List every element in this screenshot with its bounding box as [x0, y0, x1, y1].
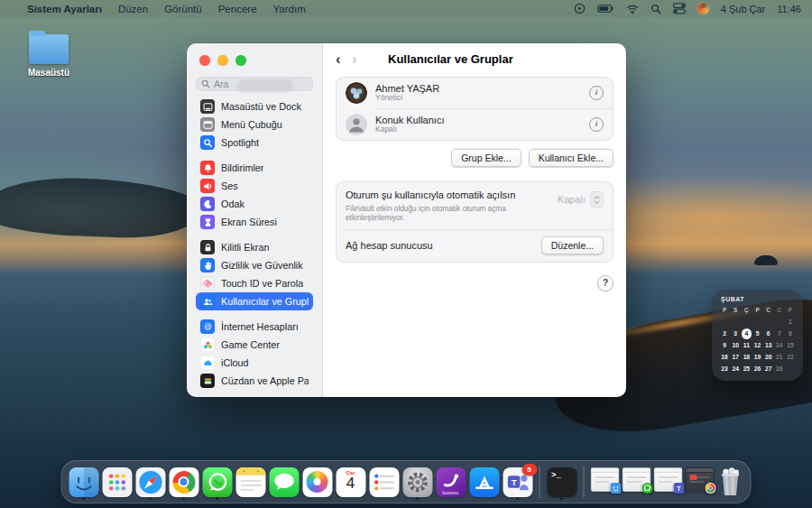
sidebar-item-label: Gizlilik ve Güvenlik [221, 260, 303, 271]
dock-app-store[interactable] [469, 465, 500, 499]
sidebar-item-at[interactable]: @İnternet Hesapları [196, 318, 313, 336]
calendar-day: 5 [752, 328, 762, 339]
sidebar-item-label: Touch ID ve Parola [221, 278, 303, 289]
sidebar-search-input[interactable]: Ara [196, 77, 313, 91]
forward-button[interactable]: › [352, 53, 368, 66]
calendar-widget[interactable]: ŞUBAT PSÇPCCP123456789101112131415161718… [712, 290, 803, 381]
dock-terminal[interactable]: >_ [547, 465, 577, 499]
calendar-day: 14 [774, 340, 785, 351]
dock-photos[interactable] [302, 465, 333, 499]
sidebar-item-dock[interactable]: Masaüstü ve Dock [196, 97, 313, 115]
sidebar-item-hourglass[interactable]: Ekran Süresi [196, 213, 313, 231]
sidebar-item-label: Game Center [221, 339, 280, 350]
dock-minimized-window-finder[interactable] [591, 467, 620, 492]
dock-chrome[interactable] [169, 465, 199, 499]
calendar-day: 2 [719, 328, 730, 339]
sidebar-item-users[interactable]: Kullanıcılar ve Gruplar [196, 292, 313, 310]
search-icon[interactable] [651, 4, 661, 14]
dock-calendar-day: 4 [336, 475, 365, 493]
calendar-day: 19 [752, 352, 762, 363]
wifi-icon[interactable] [626, 4, 639, 14]
network-server-edit-button[interactable]: Düzenle... [541, 236, 604, 254]
sidebar-item-lock[interactable]: Kilitli Ekran [196, 238, 313, 256]
sidebar-nav: Masaüstü ve DockMenü ÇubuğuSpotlightBild… [187, 97, 322, 397]
dock-reminders[interactable] [369, 465, 400, 499]
sidebar-item-label: Ekran Süresi [221, 217, 277, 227]
running-indicator [560, 497, 563, 500]
svg-text:T: T [511, 476, 516, 486]
sidebar-item-hand[interactable]: Gizlilik ve Güvenlik [196, 256, 313, 274]
calendar-day: 7 [774, 328, 785, 339]
menu-bar-date[interactable]: 4 Şub Çar [721, 4, 766, 14]
sidebar-item-gamecenter[interactable]: Game Center [196, 336, 313, 354]
search-placeholder: Ara [214, 79, 228, 89]
svg-text:T: T [677, 485, 681, 492]
dock-business[interactable]: business [436, 465, 466, 499]
add-buttons-row: Grup Ekle... Kullanıcı Ekle... [336, 149, 614, 167]
dock-trash[interactable] [717, 466, 744, 498]
zoom-button[interactable] [235, 55, 246, 66]
add-user-button[interactable]: Kullanıcı Ekle... [529, 149, 614, 167]
auto-login-popup[interactable]: Kapalı [558, 191, 604, 208]
play-circle-icon[interactable] [574, 3, 586, 14]
battery-icon[interactable] [597, 3, 614, 14]
app-menu-title[interactable]: Sistem Ayarları [27, 4, 102, 14]
user-row[interactable]: Ahmet YAŞARYöneticii [337, 78, 613, 108]
dock-calendar[interactable]: Çar4 [336, 465, 366, 499]
dock-system-settings[interactable] [402, 465, 433, 499]
chrome-badge-icon [706, 483, 716, 494]
sidebar-item-cloud[interactable]: iCloud [196, 354, 313, 372]
dock-notes[interactable] [235, 465, 266, 499]
dock-teams[interactable]: T5 [503, 465, 533, 499]
user-avatar[interactable] [697, 3, 709, 14]
dock-minimized-window-whatsapp[interactable] [623, 467, 651, 492]
control-center-icon[interactable] [673, 3, 686, 14]
calendar-day [730, 317, 741, 328]
search-redaction [237, 79, 293, 92]
auto-login-row: Oturum şu kullanıcıyla otomatik açılsın … [337, 182, 613, 229]
menu-düzen[interactable]: Düzen [118, 4, 148, 14]
minimize-button[interactable] [217, 55, 228, 66]
dock-finder[interactable] [69, 465, 99, 499]
sidebar-item-spotlight[interactable]: Spotlight [196, 134, 313, 152]
user-row[interactable]: Konuk KullanıcıKapalıi [337, 109, 613, 140]
at-icon: @ [200, 319, 215, 334]
back-button[interactable]: ‹ [336, 53, 352, 66]
terminal-prompt: >_ [551, 471, 561, 480]
help-button[interactable]: ? [597, 275, 614, 291]
calendar-weekday: C [763, 305, 774, 316]
dock-safari[interactable] [135, 465, 166, 499]
wallpaper-islet [754, 255, 778, 265]
menu-görüntü[interactable]: Görüntü [164, 4, 202, 14]
dock-minimized-window-teams[interactable]: T [654, 467, 683, 492]
dock-minimized-window-chrome[interactable] [686, 467, 715, 492]
sidebar-item-speaker[interactable]: Ses [196, 177, 313, 195]
menu-pencere[interactable]: Pencere [218, 4, 257, 14]
sidebar-item-bell[interactable]: Bildirimler [196, 159, 313, 177]
dock-messages[interactable] [269, 465, 300, 499]
popup-stepper-icon [590, 191, 604, 208]
moon-icon [200, 197, 215, 211]
calendar-weekday: S [730, 305, 741, 316]
close-button[interactable] [199, 55, 210, 66]
fingerprint-icon [200, 276, 215, 291]
calendar-day: 17 [730, 352, 741, 363]
sidebar-item-moon[interactable]: Odak [196, 195, 313, 213]
sidebar-item-fingerprint[interactable]: Touch ID ve Parola [196, 274, 313, 292]
menu-yardım[interactable]: Yardım [273, 4, 306, 14]
dock-launchpad[interactable] [102, 465, 133, 499]
desktop-folder-masaustu[interactable]: Masaüstü [20, 34, 78, 78]
sidebar-item-wallet[interactable]: Cüzdan ve Apple Pay [196, 372, 313, 390]
calendar-day: 8 [785, 328, 796, 339]
info-icon[interactable]: i [589, 86, 604, 100]
finder-badge-icon [611, 483, 622, 494]
menu-bar-clock[interactable]: 11:46 [777, 4, 801, 14]
desktop: Sistem Ayarları DüzenGörüntüPencereYardı… [0, 0, 812, 508]
calendar-day: 15 [785, 340, 796, 351]
auto-login-value: Kapalı [558, 194, 586, 205]
add-group-button[interactable]: Grup Ekle... [451, 149, 521, 167]
dock-whatsapp[interactable] [202, 465, 233, 499]
running-indicator [82, 497, 85, 500]
sidebar-item-menubar[interactable]: Menü Çubuğu [196, 115, 313, 134]
info-icon[interactable]: i [589, 117, 604, 132]
